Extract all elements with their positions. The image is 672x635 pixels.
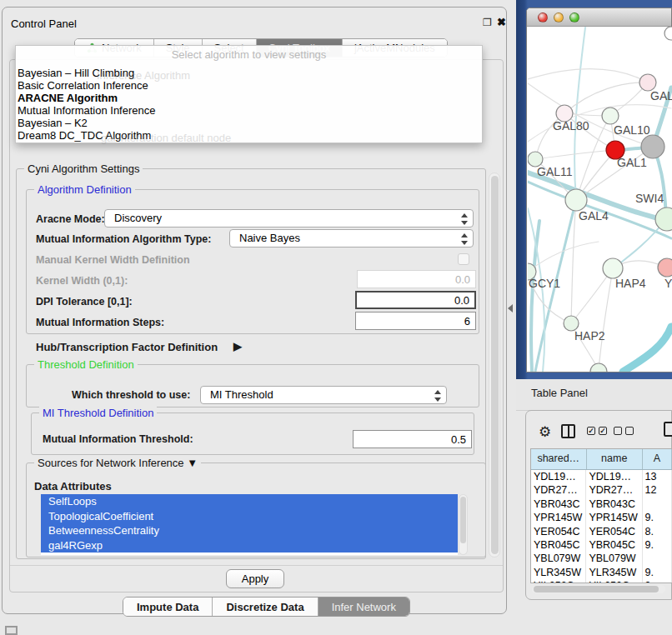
apply-button[interactable]: Apply xyxy=(226,569,284,588)
network-node[interactable] xyxy=(655,208,672,231)
tab-infer-network[interactable]: Infer Network xyxy=(318,598,409,616)
network-node[interactable] xyxy=(641,135,664,158)
network-edge[interactable] xyxy=(528,69,648,82)
group-title: MI Threshold Definition xyxy=(39,407,157,419)
table-row[interactable]: YBL079WYBL079W xyxy=(531,552,672,565)
network-canvas[interactable]: GALGAL80GAL10GAL1GAL11GAL4SWI4GCY1HAP4YH… xyxy=(528,27,672,372)
table-row[interactable]: YLR345WYLR345W9. xyxy=(531,566,672,579)
tab-impute-data[interactable]: Impute Data xyxy=(123,598,213,616)
network-edge[interactable] xyxy=(623,327,671,372)
hub-definition-label[interactable]: Hub/Transcription Factor Definition xyxy=(36,341,218,353)
dpi-tolerance-field[interactable] xyxy=(355,291,476,309)
checked-checkbox-icon[interactable]: ✓ xyxy=(599,427,607,435)
combo-arrows-icon xyxy=(461,212,468,226)
dropdown-hint: Select algorithm to view settings xyxy=(16,48,482,61)
algorithm-option-aracne-algorithm[interactable]: ARACNE Algorithm xyxy=(18,92,476,104)
data-attributes-list[interactable]: SelfLoopsTopologicalCoefficientBetweenne… xyxy=(41,494,458,555)
column-header-name[interactable]: name xyxy=(587,449,643,469)
network-node[interactable] xyxy=(590,363,607,372)
table-body: YDL19…YDL19…13YDR27…YDR27…12YBR043CYBR04… xyxy=(531,470,672,583)
network-window-titlebar[interactable] xyxy=(527,8,671,27)
table-cell: YBR043C xyxy=(531,498,586,511)
algorithm-option-bayesian-k2[interactable]: Bayesian – K2 xyxy=(18,117,476,129)
mi-type-value: Naive Bayes xyxy=(239,232,300,244)
gear-icon[interactable]: ⚙ xyxy=(539,423,551,441)
data-attribute-gal4rgexp[interactable]: gal4RGexp xyxy=(41,538,458,553)
float-window-icon[interactable]: ❐ xyxy=(483,17,492,28)
aracne-mode-combo[interactable]: Discovery xyxy=(104,209,474,228)
minimize-traffic-light-icon[interactable] xyxy=(554,12,564,22)
column-header-a[interactable]: A xyxy=(643,449,672,469)
table-cell: 8. xyxy=(643,525,672,538)
attr-list-scrollbar[interactable] xyxy=(459,494,468,555)
algorithm-option-basic-correlation-inference[interactable]: Basic Correlation Inference xyxy=(18,79,476,92)
table-cell: YIL052C xyxy=(531,579,586,583)
mi-steps-label: Mutual Information Steps: xyxy=(36,317,164,328)
tab-label: Discretize Data xyxy=(226,601,303,613)
unchecked-checkbox-icon[interactable] xyxy=(614,427,622,435)
collapse-arrow-icon: ▼ xyxy=(187,457,198,469)
node-label-gal4: GAL4 xyxy=(579,209,609,222)
algorithm-dropdown-popup: Select algorithm to view settings Infere… xyxy=(15,45,483,143)
column-header-shared[interactable]: shared… xyxy=(531,449,587,469)
settings-scrollbar[interactable] xyxy=(489,172,500,558)
node-label-gal: GAL xyxy=(650,89,672,102)
table-cell: 13 xyxy=(643,470,672,483)
table-row[interactable]: YDL19…YDL19…13 xyxy=(531,470,672,483)
settings-scrollbar-thumb[interactable] xyxy=(491,176,499,554)
algorithm-list: Bayesian – Hill ClimbingBasic Correlatio… xyxy=(18,67,476,142)
divider xyxy=(10,565,503,566)
mi-algorithm-type-combo[interactable]: Naive Bayes xyxy=(229,229,474,248)
combo-arrows-icon xyxy=(461,232,468,246)
table-cell: YER054C xyxy=(586,525,642,538)
hub-expand-arrow-icon[interactable]: ▶ xyxy=(233,340,242,352)
data-attribute-betweennesscentrality[interactable]: BetweennessCentrality xyxy=(41,523,458,538)
manual-kernel-checkbox[interactable] xyxy=(458,253,469,265)
table-row[interactable]: YBR043CYBR043C xyxy=(531,498,672,511)
panel-splitter-handle[interactable] xyxy=(508,304,513,312)
node-label-gal80: GAL80 xyxy=(553,119,589,132)
aracne-mode-label: Aracne Mode: xyxy=(36,213,105,225)
network-graph: GALGAL80GAL10GAL1GAL11GAL4SWI4GCY1HAP4YH… xyxy=(528,27,672,372)
table-row[interactable]: YIL052CYIL052C9. xyxy=(531,579,672,583)
table-cell: 9. xyxy=(643,579,672,583)
network-node[interactable] xyxy=(565,189,587,211)
table-cell: YBR045C xyxy=(586,538,642,552)
table-cell: YBL079W xyxy=(586,552,642,565)
checked-checkbox-icon[interactable]: ✓ xyxy=(587,427,595,435)
table-cell: YPR145W xyxy=(531,511,586,524)
ghost-text: gal interaction default node xyxy=(101,132,231,144)
algorithm-option-mutual-information-inference[interactable]: Mutual Information Inference xyxy=(18,104,476,117)
kernel-width-label: Kernel Width (0,1): xyxy=(36,275,128,287)
data-attribute-selfloops[interactable]: SelfLoops xyxy=(41,494,458,509)
mi-threshold-field[interactable] xyxy=(353,430,472,448)
table-row[interactable]: YDR27…YDR27…12 xyxy=(531,483,672,497)
table-cell: YIL052C xyxy=(586,579,642,583)
which-threshold-combo[interactable]: MI Threshold xyxy=(200,386,447,404)
table-row[interactable]: YPR145WYPR145W9. xyxy=(531,511,672,524)
table-cell xyxy=(643,552,672,565)
algorithm-option-bayesian-hill-climbing[interactable]: Bayesian – Hill Climbing xyxy=(18,67,476,79)
table-row[interactable]: YBR045CYBR045C9. xyxy=(531,538,672,552)
document-icon[interactable] xyxy=(664,422,672,437)
node-label-gal11: GAL11 xyxy=(537,165,573,178)
data-attribute-topologicalcoefficient[interactable]: TopologicalCoefficient xyxy=(41,509,458,524)
columns-icon[interactable] xyxy=(561,424,575,438)
zoom-traffic-light-icon[interactable] xyxy=(569,12,579,22)
table-hscrollbar-thumb[interactable] xyxy=(534,586,659,592)
network-node[interactable] xyxy=(602,108,619,124)
table-row[interactable]: YER054CYER054C8. xyxy=(531,525,672,538)
close-traffic-light-icon[interactable] xyxy=(538,12,548,22)
panel-dock-icon[interactable] xyxy=(5,626,18,635)
mi-steps-field[interactable] xyxy=(355,312,476,330)
tab-discretize-data[interactable]: Discretize Data xyxy=(213,598,318,616)
network-node[interactable] xyxy=(664,27,672,40)
kernel-width-field[interactable] xyxy=(357,270,476,288)
unchecked-checkbox-icon[interactable] xyxy=(625,427,634,435)
algorithm-option-dream8-dc-tdc-algorithm[interactable]: Dream8 DC_TDC Algorithm xyxy=(18,129,476,142)
network-node[interactable] xyxy=(603,258,623,278)
network-node[interactable] xyxy=(658,258,672,277)
network-node[interactable] xyxy=(639,74,656,91)
close-icon[interactable]: ✖ xyxy=(497,16,506,28)
table-cell: YPR145W xyxy=(586,511,642,524)
